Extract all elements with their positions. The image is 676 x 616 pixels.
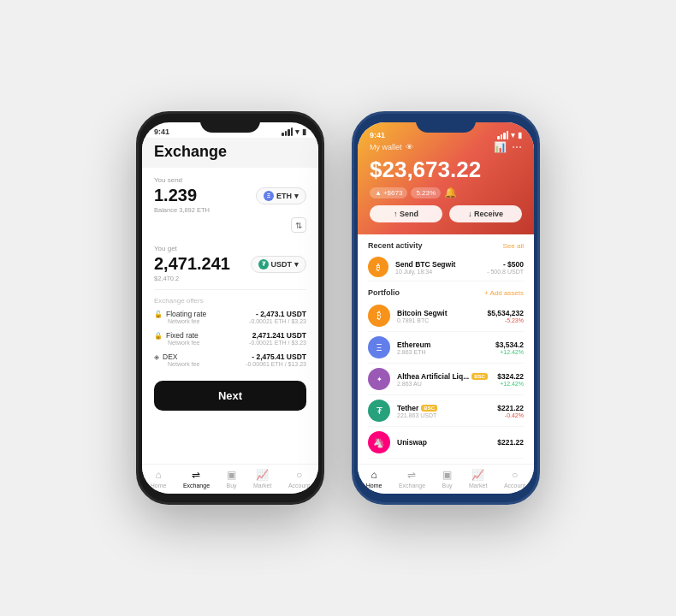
left-time: 9:41: [154, 127, 169, 136]
btc-amount: 0.7891 BTC: [397, 317, 480, 323]
right-wifi-icon: ▾: [511, 131, 515, 139]
alth-amount: 2.863 AU: [397, 381, 490, 387]
offer2-fee-label: Network fee: [168, 340, 199, 346]
wallet-nav-buy[interactable]: ▣ Buy: [442, 469, 453, 489]
right-battery-icon: ▮: [518, 131, 522, 139]
offer1-amount: - 2,473.1 USDT: [256, 310, 306, 318]
nav-buy[interactable]: ▣ Buy: [227, 469, 237, 489]
nav-home[interactable]: ⌂ Home: [151, 469, 167, 489]
alth-coin-icon: ✦: [368, 368, 390, 390]
market-icon: 📈: [256, 469, 269, 481]
bell-icon[interactable]: 🔔: [444, 187, 457, 198]
receive-button[interactable]: ↓ Receive: [449, 205, 522, 222]
alth-info: Althea Artificial Liq... BSC 2.863 AU: [397, 372, 490, 387]
activity-item[interactable]: ₿ Send BTC Segwit 10 July, 18:34 - $500 …: [368, 253, 524, 281]
offer2-bottom: Network fee -0.00021 ETH / $3.23: [154, 340, 306, 346]
coin-item-eth[interactable]: Ξ Ethereum 2.863 ETH $3,534.2 +12.42%: [368, 332, 524, 364]
left-notch: [200, 114, 260, 133]
offer1-bottom: Network fee -0.00021 ETH / $3.23: [154, 318, 306, 324]
send-receive-row: ↑ Send ↓ Receive: [370, 205, 522, 222]
you-get-section: You get 2,471.241 ₮ USDT ▾ $2,470.2: [154, 245, 306, 282]
divider: [154, 289, 306, 290]
wallet-balance: $23,673.22: [370, 157, 522, 183]
offer-dex[interactable]: ◈ DEX - 2,475.41 USDT Network fee -0.000…: [154, 352, 306, 367]
coin-item-usdt[interactable]: ₮ Tether BSC 221.863 USDT $221.22 -0.42%: [368, 395, 524, 427]
coin-item-uni[interactable]: 🦄 Uniswap $221.22: [368, 427, 524, 459]
wallet-nav-market[interactable]: 📈 Market: [469, 469, 487, 489]
exchange-body: You send 1.239 Ξ ETH ▾ Balance 3,892 ETH: [142, 168, 318, 464]
activity-secondary-amount: - 500.8 USDT: [487, 269, 524, 275]
wifi-icon: ▾: [295, 127, 299, 136]
wallet-nav-exchange[interactable]: ⇌ Exchange: [399, 469, 425, 489]
send-amount: 1.239: [154, 186, 197, 205]
uni-info: Uniswap: [397, 438, 490, 447]
battery-icon: ▮: [302, 127, 306, 136]
lock2-icon: 🔒: [154, 332, 163, 340]
change-percent: 5.23%: [416, 189, 436, 197]
lock1-icon: 🔓: [154, 311, 163, 318]
home-icon: ⌂: [155, 469, 161, 481]
get-currency-selector[interactable]: ₮ USDT ▾: [251, 256, 307, 273]
usdt-name: Tether BSC: [397, 404, 490, 412]
get-amount: 2,471.241: [154, 254, 230, 274]
right-notch: [416, 114, 476, 133]
wallet-body: Recent activity See all ₿ Send BTC Segwi…: [358, 234, 534, 464]
exchange-title: Exchange: [154, 143, 306, 161]
uni-name: Uniswap: [397, 438, 490, 447]
nav-exchange[interactable]: ⇌ Exchange: [183, 469, 210, 489]
eth-name: Ethereum: [397, 341, 489, 349]
usdt-info: Tether BSC 221.863 USDT: [397, 404, 490, 418]
exchange-icon: ⇌: [192, 469, 200, 481]
offers-label: Exchange offers: [154, 297, 306, 305]
usdt-coin-icon: ₮: [368, 400, 390, 422]
alth-price: $324.22: [497, 372, 524, 381]
usdt-price: $221.22: [497, 404, 524, 412]
offer-fixed[interactable]: 🔒 Fixed rate 2,471.241 USDT Network fee …: [154, 331, 306, 346]
wallet-nav-home[interactable]: ⌂ Home: [366, 469, 382, 489]
add-assets-link[interactable]: + Add assets: [484, 289, 524, 297]
btc-change: -5.23%: [487, 317, 524, 323]
right-phone: 9:41 ▾ ▮: [352, 111, 540, 505]
portfolio-title: Portfolio: [368, 288, 400, 297]
up-arrow-icon: ▲: [375, 189, 382, 197]
swap-icon[interactable]: ⇅: [291, 217, 306, 233]
btc-value: $5,534,232 -5.23%: [487, 309, 524, 323]
send-chevron-icon: ▾: [294, 192, 299, 200]
coin-item-btc[interactable]: ₿ Bitcoin Segwit 0.7891 BTC $5,534,232 -…: [368, 300, 524, 332]
offer1-fee-label: Network fee: [168, 318, 199, 324]
nav-account[interactable]: ○ Account: [288, 469, 310, 489]
offer3-amount: - 2,475.41 USDT: [252, 352, 306, 361]
usdt-icon: ₮: [258, 259, 269, 270]
left-status-icons: ▾ ▮: [282, 127, 306, 136]
activity-title: Recent activity: [368, 241, 423, 250]
right-screen: 9:41 ▾ ▮: [358, 122, 534, 494]
next-button[interactable]: Next: [154, 381, 306, 411]
usdt-amount: 221.863 USDT: [397, 412, 490, 418]
exchange-header: Exchange: [142, 138, 318, 168]
more-icon[interactable]: ⋯: [512, 141, 522, 153]
offer2-amount: 2,471.241 USDT: [252, 331, 306, 340]
nav-market[interactable]: 📈 Market: [253, 469, 271, 489]
see-all-link[interactable]: See all: [503, 242, 524, 250]
portfolio-section-header: Portfolio + Add assets: [368, 288, 524, 297]
send-currency-selector[interactable]: Ξ ETH ▾: [256, 187, 306, 204]
uni-price: $221.22: [497, 438, 524, 447]
activity-btc-icon: ₿: [368, 257, 388, 277]
offer2-top: 🔒 Fixed rate 2,471.241 USDT: [154, 331, 306, 340]
offer3-name: ◈ DEX: [154, 352, 177, 361]
left-screen: 9:41 ▾ ▮ Exchange: [142, 122, 318, 494]
get-chevron-icon: ▾: [294, 260, 299, 269]
coin-item-alth[interactable]: ✦ Althea Artificial Liq... BSC 2.863 AU …: [368, 364, 524, 395]
offer-floating[interactable]: 🔓 Floating rate - 2,473.1 USDT Network f…: [154, 310, 306, 324]
eth-change: +12.42%: [495, 349, 524, 355]
wallet-top-bar: My wallet 👁 📊 ⋯: [370, 141, 522, 153]
eth-value: $3,534.2 +12.42%: [495, 341, 524, 355]
get-amount-row: 2,471.241 ₮ USDT ▾: [154, 254, 306, 274]
uni-coin-icon: 🦄: [368, 431, 390, 453]
wallet-nav-account[interactable]: ○ Account: [504, 469, 525, 489]
send-button[interactable]: ↑ Send: [370, 205, 442, 222]
usdt-value: $221.22 -0.42%: [497, 404, 524, 418]
account-icon: ○: [296, 469, 302, 481]
chart-icon[interactable]: 📊: [494, 141, 507, 153]
activity-primary-amount: - $500: [487, 260, 524, 269]
